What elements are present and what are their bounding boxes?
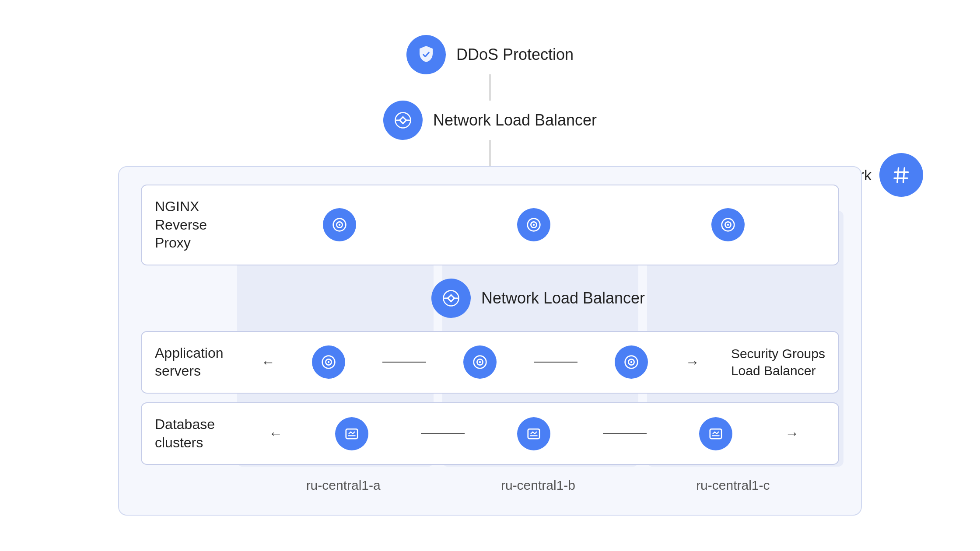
svg-point-35: [630, 361, 632, 363]
svg-point-29: [328, 361, 329, 363]
arrow-right-1: →: [685, 354, 699, 370]
db-icons-area: ←: [242, 417, 825, 450]
vpc-box: NGINXReverseProxy: [118, 166, 862, 516]
zone-labels: ru-central1-a ru-central1-b ru-central1-…: [141, 478, 839, 493]
zone-label-c: ru-central1-c: [636, 478, 830, 493]
app-icon-a: [312, 345, 345, 379]
svg-rect-38: [528, 429, 539, 439]
nginx-icon-b: [517, 208, 550, 241]
connector-line-2: [534, 362, 578, 363]
svg-rect-40: [710, 429, 721, 439]
svg-point-13: [339, 224, 340, 226]
svg-rect-36: [346, 429, 357, 439]
nginx-label: NGINXReverseProxy: [155, 198, 242, 252]
internal-nlb-icon-group: Network Load Balancer: [431, 279, 645, 318]
svg-line-7: [897, 168, 898, 182]
connector-line-1: [382, 362, 426, 363]
vert-connector-2: [490, 140, 490, 166]
db-icon-a: [335, 417, 368, 450]
svg-line-23: [448, 295, 451, 298]
db-connector-line-1: [421, 433, 465, 434]
zone-label-b: ru-central1-b: [441, 478, 635, 493]
app-servers-label: Applicationservers: [155, 344, 242, 380]
vpc-container: VPC Network NGINXReverseProxy: [118, 166, 862, 516]
nlb-top-row: Network Load Balancer: [383, 101, 597, 140]
internal-nlb-row: Network Load Balancer: [141, 279, 839, 318]
app-icon-c: [615, 345, 648, 379]
app-servers-row: Applicationservers ←: [141, 331, 839, 394]
db-connector-line-2: [603, 433, 647, 434]
diagram-container: DDoS Protection Network Load Balancer VP…: [52, 35, 928, 516]
zone-label-a: ru-central1-a: [246, 478, 441, 493]
db-icon-b: [517, 417, 550, 450]
vert-connector-1: [490, 74, 490, 101]
svg-line-6: [403, 120, 406, 124]
ddos-label: DDoS Protection: [456, 45, 574, 64]
internal-nlb-icon: [431, 279, 471, 318]
svg-line-24: [448, 298, 451, 302]
svg-line-26: [451, 298, 455, 302]
svg-line-4: [399, 120, 403, 124]
svg-line-5: [403, 117, 406, 121]
nginx-icon-a: [323, 208, 356, 241]
nlb-top-icon: [383, 101, 423, 140]
svg-line-8: [903, 168, 904, 182]
svg-point-16: [533, 224, 535, 226]
db-icon-c: [699, 417, 732, 450]
db-clusters-row: Databaseclusters ←: [141, 402, 839, 465]
ddos-icon: [406, 35, 446, 74]
app-icons-area: ←: [242, 345, 718, 379]
arrow-right-2: →: [785, 425, 799, 442]
nginx-icon-c: [711, 208, 745, 241]
nginx-icons: [242, 208, 825, 241]
security-groups-label: Security GroupsLoad Balancer: [731, 345, 825, 379]
arrow-left-1: ←: [261, 354, 275, 370]
arrow-left-2: ←: [269, 425, 283, 442]
svg-point-19: [727, 224, 729, 226]
vpc-icon: [879, 153, 923, 197]
svg-line-25: [451, 295, 455, 298]
nlb-top-label: Network Load Balancer: [433, 111, 597, 129]
db-clusters-label: Databaseclusters: [155, 415, 242, 452]
nginx-row: NGINXReverseProxy: [141, 185, 839, 265]
svg-line-3: [399, 117, 403, 121]
app-icon-b: [463, 345, 497, 379]
ddos-row: DDoS Protection: [406, 35, 574, 74]
svg-point-32: [479, 361, 481, 363]
internal-nlb-label: Network Load Balancer: [481, 289, 645, 307]
